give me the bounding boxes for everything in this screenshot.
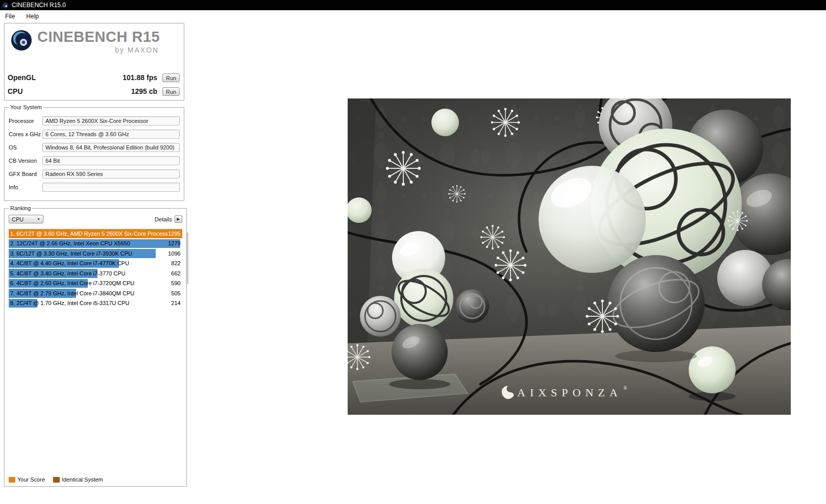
ranking-row-score: 822 xyxy=(171,260,180,266)
ranking-row[interactable]: 8. 2C/4T @ 1.70 GHz, Intel Core i5-3317U… xyxy=(9,298,182,309)
system-field-row: OSWindows 8, 64 Bit, Professional Editio… xyxy=(9,143,180,152)
opengl-run-button[interactable]: Run xyxy=(162,73,180,82)
ranking-row[interactable]: 7. 4C/8T @ 2.79 GHz, Intel Core i7-3840Q… xyxy=(9,288,182,298)
field-value[interactable]: Radeon RX 590 Series xyxy=(42,169,180,179)
ranking-filter-dropdown[interactable]: CPU ▼ xyxy=(9,215,43,223)
ranking-scrollbar[interactable] xyxy=(186,232,188,284)
cpu-label: CPU xyxy=(8,87,23,95)
your-system-group: Your System ProcessorAMD Ryzen 5 2600X S… xyxy=(4,104,184,201)
logo-title: CINEBENCH R15 xyxy=(37,30,160,44)
details-button[interactable]: ▶ xyxy=(175,215,182,223)
ranking-row-score: 662 xyxy=(171,270,180,276)
field-value[interactable] xyxy=(42,183,180,192)
ranking-row-score: 214 xyxy=(171,300,180,306)
cpu-benchmark-row: CPU 1295 cb Run xyxy=(8,87,180,96)
ranking-row-label: 6. 4C/8T @ 2.60 GHz, Intel Core i7-3720Q… xyxy=(9,280,149,286)
ranking-row[interactable]: 1. 6C/12T @ 3.60 GHz, AMD Ryzen 5 2600X … xyxy=(9,229,182,239)
app-icon xyxy=(2,2,9,9)
system-field-row: CB Version64 Bit xyxy=(9,156,180,165)
ranking-row-label: 3. 6C/12T @ 3.30 GHz, Intel Core i7-3930… xyxy=(9,250,147,257)
legend-identical-label: Identical System xyxy=(62,476,103,483)
ranking-row-label: 7. 4C/8T @ 2.79 GHz, Intel Core i7-3840Q… xyxy=(9,290,149,296)
ranking-header: CPU ▼ Details ▶ xyxy=(9,215,182,223)
opengl-result-value: 101.88 fps xyxy=(123,73,157,82)
ranking-filter-value: CPU xyxy=(12,216,23,222)
ranking-row-score: 1279 xyxy=(168,240,180,246)
ranking-row[interactable]: 4. 4C/8T @ 4.40 GHz, Intel Core i7-4770K… xyxy=(9,259,182,269)
details-label: Details xyxy=(155,216,172,222)
ranking-row-score: 1295 xyxy=(168,231,180,237)
menu-bar: FileHelp xyxy=(0,10,826,22)
left-panel: CINEBENCH R15 by MAXON OpenGL 101.88 fps… xyxy=(4,23,184,487)
chevron-down-icon: ▼ xyxy=(37,217,40,221)
legend-your-score: Your Score xyxy=(9,476,45,483)
ranking-row-score: 590 xyxy=(171,280,180,286)
field-value[interactable]: 6 Cores, 12 Threads @ 3.60 GHz xyxy=(42,130,180,139)
field-label: Info xyxy=(9,184,42,190)
logo-text: CINEBENCH R15 by MAXON xyxy=(37,30,160,54)
field-label: Processor xyxy=(9,118,42,124)
system-field-row: Info xyxy=(9,183,180,192)
field-label: CB Version xyxy=(9,158,42,164)
logo-row: CINEBENCH R15 by MAXON xyxy=(5,23,184,54)
ranking-row-label: 2. 12C/24T @ 2.66 GHz, Intel Xeon CPU X5… xyxy=(9,240,144,246)
legend-your-swatch xyxy=(9,477,15,483)
ranking-legend: Your Score Identical System xyxy=(9,476,103,483)
ranking-row[interactable]: 2. 12C/24T @ 2.66 GHz, Intel Xeon CPU X5… xyxy=(9,239,182,249)
field-value[interactable]: AMD Ryzen 5 2600X Six-Core Processor xyxy=(42,116,180,125)
legend-identical-swatch xyxy=(53,477,60,483)
field-value[interactable]: Windows 8, 64 Bit, Professional Edition … xyxy=(42,143,180,152)
logo-subtitle: by MAXON xyxy=(37,46,160,54)
menu-item-file[interactable]: File xyxy=(4,12,16,20)
cinebench-logo-icon xyxy=(11,30,32,51)
system-field-row: GFX BoardRadeon RX 590 Series xyxy=(9,169,180,179)
field-label: GFX Board xyxy=(9,171,42,177)
chevron-right-icon: ▶ xyxy=(177,217,180,221)
brand-reg-mark: ® xyxy=(623,385,627,391)
brand-text: AIXSPONZA xyxy=(517,386,622,399)
ranking-list: 1. 6C/12T @ 3.60 GHz, AMD Ryzen 5 2600X … xyxy=(9,229,182,308)
ranking-row-score: 1096 xyxy=(168,250,180,257)
ranking-group: Ranking CPU ▼ Details ▶ 1. 6C/12T @ 3.60… xyxy=(4,205,187,487)
scene-brand: AIXSPONZA ® xyxy=(502,385,627,399)
ranking-row-label: 1. 6C/12T @ 3.60 GHz, AMD Ryzen 5 2600X … xyxy=(9,231,182,237)
window-titlebar: CINEBENCH R15.0 xyxy=(0,0,826,10)
cpu-result-value: 1295 cb xyxy=(131,87,157,95)
your-system-group-title: Your System xyxy=(9,104,43,110)
ranking-row-label: 5. 4C/8T @ 3.40 GHz, Intel Core i7-3770 … xyxy=(9,270,140,276)
ranking-row[interactable]: 5. 4C/8T @ 3.40 GHz, Intel Core i7-3770 … xyxy=(9,268,182,279)
render-scene-image: AIXSPONZA ® xyxy=(348,98,791,415)
details-control: Details ▶ xyxy=(155,215,182,223)
field-label: Cores x GHz xyxy=(9,131,42,137)
field-label: OS xyxy=(9,144,42,150)
ranking-row-score: 505 xyxy=(171,290,180,296)
score-box: CINEBENCH R15 by MAXON OpenGL 101.88 fps… xyxy=(4,23,184,100)
ranking-row-label: 8. 2C/4T @ 1.70 GHz, Intel Core i5-3317U… xyxy=(9,300,144,306)
ranking-row-label: 4. 4C/8T @ 4.40 GHz, Intel Core i7-4770K… xyxy=(9,260,143,266)
legend-identical-system: Identical System xyxy=(53,476,103,483)
system-field-row: ProcessorAMD Ryzen 5 2600X Six-Core Proc… xyxy=(9,116,180,125)
field-value[interactable]: 64 Bit xyxy=(42,156,180,165)
ranking-group-title: Ranking xyxy=(9,205,32,211)
ranking-row[interactable]: 6. 4C/8T @ 2.60 GHz, Intel Core i7-3720Q… xyxy=(9,279,182,289)
menu-item-help[interactable]: Help xyxy=(25,12,40,20)
cpu-run-button[interactable]: Run xyxy=(162,87,180,96)
system-field-row: Cores x GHz6 Cores, 12 Threads @ 3.60 GH… xyxy=(9,130,180,139)
ranking-row[interactable]: 3. 6C/12T @ 3.30 GHz, Intel Core i7-3930… xyxy=(9,248,182,259)
render-scene: AIXSPONZA ® xyxy=(348,98,791,415)
opengl-benchmark-row: OpenGL 101.88 fps Run xyxy=(8,73,180,82)
system-fields: ProcessorAMD Ryzen 5 2600X Six-Core Proc… xyxy=(9,116,180,192)
window-title: CINEBENCH R15.0 xyxy=(12,2,66,9)
legend-your-label: Your Score xyxy=(17,476,45,483)
opengl-label: OpenGL xyxy=(8,73,36,82)
